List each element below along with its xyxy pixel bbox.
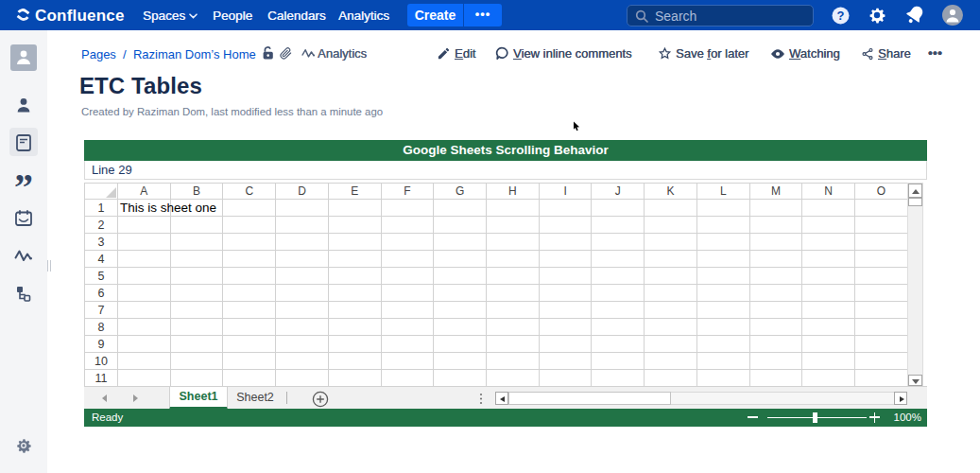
svg-text:?: ? [837, 9, 845, 23]
